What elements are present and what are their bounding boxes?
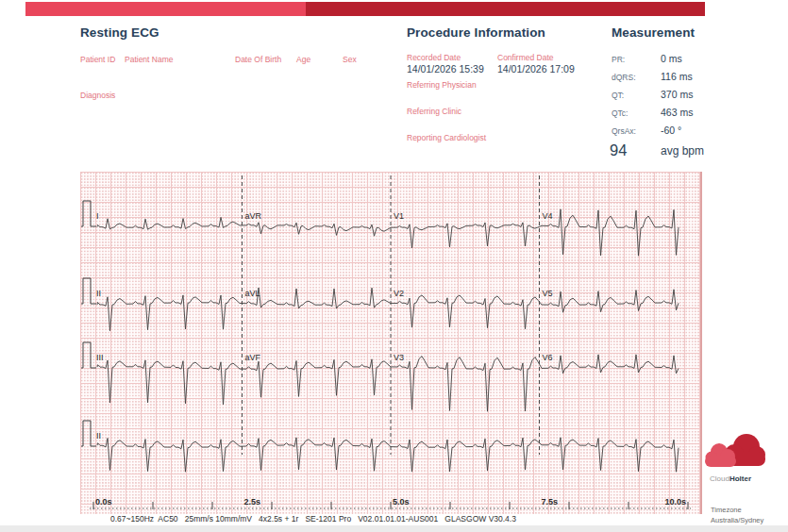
ecg-grid: 0.0s2.5s5.0s7.5s10.0sIaVRV1V4IIaVLV2V5II… [80,172,702,514]
lead-label: III [96,353,104,362]
qtc-label: QTc: [612,108,628,118]
ecg-trace-row-2 [97,288,679,331]
ecg-trace-row-1 [97,209,679,256]
pr-label: PR: [612,55,625,64]
time-label: 0.0s [95,497,112,507]
patient-name-label: Patient Name [125,55,174,64]
lead-label: aVL [245,289,260,298]
qt-label: QT: [612,91,624,100]
timezone-block: Timezone Australia/Sydney [711,506,763,526]
calibration-pulse [81,421,96,446]
time-label: 10.0s [664,497,686,507]
logo-cloud-text: Cloud [710,474,729,483]
measurement-row-dqrs: dQRS: 116 ms [612,71,772,84]
lead-label: V5 [543,289,553,298]
date-of-birth-label: Date Of Birth [235,55,281,64]
confirmed-date-label: Confirmed Date [497,53,554,62]
qt-value: 370 ms [661,89,693,100]
age-label: Age [296,55,310,64]
resting-ecg-report: Resting ECG Patient ID Patient Name Date… [0,0,788,532]
time-label: 5.0s [393,497,410,507]
lead-label: V4 [543,211,553,221]
ecg-traces: 0.0s2.5s5.0s7.5s10.0sIaVRV1V4IIaVLV2V5II… [80,172,700,514]
dqrs-label: dQRS: [612,73,636,82]
calibration-pulse [81,342,96,368]
lead-label: II [96,289,101,298]
topbar-accent-left [25,2,306,16]
calibration-pulse [81,278,96,304]
lead-label: II [96,431,101,441]
lead-label: V6 [543,353,553,362]
referring-clinic-label: Referring Clinic [407,107,461,116]
recorded-date-value: 14/01/2026 15:39 [407,63,484,75]
ecg-trace-row-4 [97,438,679,472]
cloudholter-logo-text: CloudHolter [710,474,751,483]
time-label: 7.5s [542,497,559,507]
lead-label: V3 [394,353,404,362]
confirmed-date-value: 14/01/2026 17:09 [497,63,575,75]
measurement-row-qt: QT: 370 ms [612,89,772,102]
lead-label: I [96,211,99,221]
timezone-label: Timezone [711,506,763,516]
reporting-cardiologist-label: Reporting Cardiologist [407,133,486,142]
qtc-value: 463 ms [661,107,693,118]
referring-physician-label: Referring Physician [407,80,477,90]
measurement-row-pr: PR: 0 ms [612,53,772,66]
qrsax-label: QrsAx: [612,126,636,136]
recorded-date-label: Recorded Date [407,53,461,62]
diagnosis-label: Diagnosis [80,91,115,100]
cloudholter-logo-icon [702,429,770,476]
sex-label: Sex [343,55,357,64]
patient-id-label: Patient ID [80,55,115,64]
heart-rate-value: 94 [610,141,627,159]
measurement-title: Measurement [612,25,695,40]
logo-holter-text: Holter [729,474,751,483]
calibration-pulse [81,201,96,226]
measurement-row-qrsax: QrsAx: -60 ° [612,125,772,138]
ecg-trace-row-3 [97,355,679,411]
page-title: Resting ECG [80,25,159,40]
qrsax-value: -60 ° [661,125,681,136]
lead-label: aVR [245,211,262,221]
ecg-settings-line: 0.67~150Hz AC50 25mm/s 10mm/mV 4x2.5s + … [110,514,516,524]
lead-label: V1 [394,211,404,221]
procedure-title: Procedure Information [407,25,545,40]
topbar-accent-right [306,2,705,16]
dqrs-value: 116 ms [661,71,693,82]
lead-label: aVF [245,353,261,362]
lead-label: V2 [394,289,404,298]
time-label: 2.5s [244,497,261,507]
heart-rate-unit: avg bpm [661,144,704,158]
pr-value: 0 ms [661,53,682,64]
measurement-row-qtc: QTc: 463 ms [612,107,772,120]
bottom-strip [0,525,788,532]
